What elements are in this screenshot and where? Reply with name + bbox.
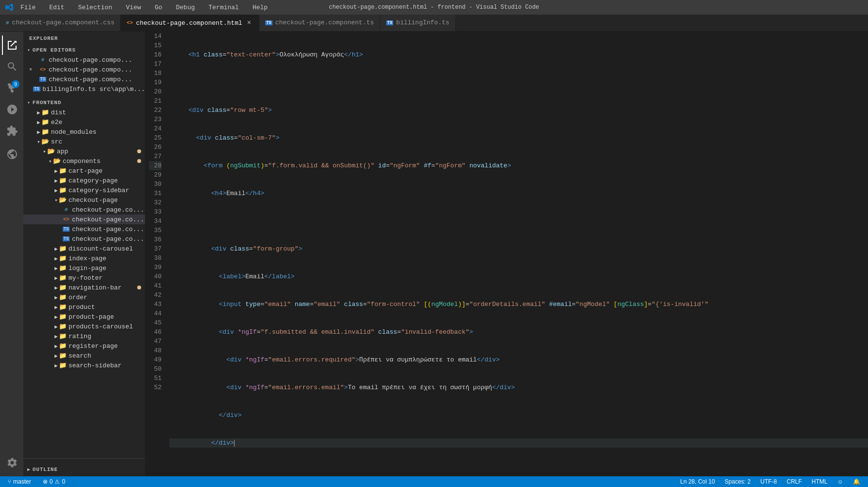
folder-navigation-bar[interactable]: ▶ 📁 navigation-bar	[23, 283, 145, 292]
css-file-icon: #	[6, 20, 9, 26]
warning-icon: ⚠	[54, 478, 60, 485]
code-content[interactable]: <h1 class="text-center">Ολοκλήρωση Αγορά…	[169, 32, 868, 476]
folder-my-footer[interactable]: ▶ 📁 my-footer	[23, 273, 145, 283]
folder-discount-carousel-label: discount-carousel	[69, 245, 133, 253]
file-checkout-ts2[interactable]: TS checkout-page.co...	[23, 234, 145, 244]
line-numbers: 14 15 16 17 18 19 20 21 22 23 24 25 26 2…	[145, 32, 169, 476]
activity-debug[interactable]	[2, 100, 21, 119]
menu-help[interactable]: Help	[250, 3, 271, 12]
status-notification[interactable]: 🔔	[851, 478, 862, 485]
activity-search[interactable]	[2, 57, 21, 76]
open-editor-ts2[interactable]: TS billingInfo.ts src\app\m...	[23, 84, 145, 94]
activity-source-control[interactable]: 9	[2, 78, 21, 98]
folder-app[interactable]: ▾ 📂 app	[23, 146, 145, 156]
folder-login-page[interactable]: ▶ 📁 login-page	[23, 263, 145, 273]
open-editor-html[interactable]: × <> checkout-page.compo...	[23, 65, 145, 74]
menu-terminal[interactable]: Terminal	[206, 3, 242, 12]
components-modified-dot	[137, 159, 141, 163]
folder-order[interactable]: ▶ 📁 order	[23, 292, 145, 302]
open-editor-css[interactable]: # checkout-page.compo...	[23, 55, 145, 65]
error-icon: ⊗	[43, 478, 48, 485]
outline-header[interactable]: ▶OUTLINE	[27, 463, 139, 474]
html-file-icon: <>	[127, 20, 133, 26]
folder-product-page[interactable]: ▶ 📁 product-page	[23, 312, 145, 322]
status-errors[interactable]: ⊗ 0 ⚠ 0	[41, 478, 67, 485]
tab-css-label: checkout-page.component.css	[12, 19, 115, 26]
activity-remote[interactable]	[2, 144, 21, 164]
folder-product-page-label: product-page	[69, 313, 114, 321]
branch-name: master	[13, 478, 31, 485]
folder-navigation-bar-label: navigation-bar	[69, 284, 122, 291]
main-area: 9 EXPLORER ▾OPEN EDITORS # checkout-page…	[0, 32, 868, 476]
tab-css[interactable]: # checkout-page.component.css	[0, 15, 121, 31]
folder-e2e[interactable]: ▶ 📁 e2e	[23, 117, 145, 127]
folder-my-footer-label: my-footer	[69, 274, 103, 282]
menu-view[interactable]: View	[123, 3, 144, 12]
menu-file[interactable]: File	[18, 3, 38, 12]
editor-area: 14 15 16 17 18 19 20 21 22 23 24 25 26 2…	[145, 32, 868, 476]
status-feedback[interactable]: ☺	[835, 478, 845, 485]
folder-checkout-page[interactable]: ▾ 📂 checkout-page	[23, 195, 145, 205]
folder-search-sidebar[interactable]: ▶ 📁 search-sidebar	[23, 361, 145, 370]
explorer-header[interactable]: EXPLORER	[23, 32, 145, 43]
menu-selection[interactable]: Selection	[75, 3, 115, 12]
status-line-ending[interactable]: CRLF	[785, 478, 804, 485]
activity-extensions[interactable]	[2, 121, 21, 141]
folder-login-page-label: login-page	[69, 265, 107, 272]
folder-category-page[interactable]: ▶ 📁 category-page	[23, 176, 145, 185]
window-title: checkout-page.component.html - frontend …	[329, 4, 539, 11]
folder-rating[interactable]: ▶ 📁 rating	[23, 331, 145, 341]
indentation-label: Spaces: 2	[724, 478, 750, 485]
file-checkout-html[interactable]: <> checkout-page.co...	[23, 215, 145, 224]
vscode-logo-icon	[5, 3, 14, 12]
folder-products-carousel[interactable]: ▶ 📁 products-carousel	[23, 322, 145, 331]
branch-icon: ⑂	[8, 478, 11, 485]
status-encoding[interactable]: UTF-8	[759, 478, 779, 485]
code-line-18: <form (ngSubmit)="f.form.valid && onSubm…	[169, 161, 868, 170]
file-checkout-ts1[interactable]: TS checkout-page.co...	[23, 224, 145, 234]
folder-dist-label: dist	[51, 109, 66, 116]
tab-close-button[interactable]: ×	[245, 19, 253, 27]
error-count: 0	[50, 478, 53, 485]
tab-html[interactable]: <> checkout-page.component.html ×	[121, 15, 259, 31]
tab-ts2[interactable]: TS billingInfo.ts	[380, 15, 456, 31]
ts-file-icon-1: TS	[265, 20, 272, 25]
code-line-29	[169, 466, 868, 475]
menu-go[interactable]: Go	[152, 3, 165, 12]
folder-product[interactable]: ▶ 📁 product	[23, 302, 145, 312]
menu-debug[interactable]: Debug	[173, 3, 198, 12]
code-editor[interactable]: 14 15 16 17 18 19 20 21 22 23 24 25 26 2…	[145, 32, 868, 476]
tab-ts1[interactable]: TS checkout-page.component.ts	[259, 15, 380, 31]
folder-register-page[interactable]: ▶ 📁 register-page	[23, 341, 145, 351]
file-checkout-css[interactable]: # checkout-page.co...	[23, 205, 145, 215]
status-cursor[interactable]: Ln 28, Col 10	[678, 478, 717, 485]
menu-edit[interactable]: Edit	[46, 3, 67, 12]
title-bar: File Edit Selection View Go Debug Termin…	[0, 0, 868, 15]
folder-index-page[interactable]: ▶ 📁 index-page	[23, 253, 145, 263]
app-modified-dot	[137, 149, 141, 153]
folder-components-label: components	[63, 158, 101, 165]
status-language[interactable]: HTML	[810, 478, 830, 485]
open-editors-header[interactable]: ▾OPEN EDITORS	[23, 43, 145, 55]
folder-rating-label: rating	[69, 333, 91, 340]
file-checkout-html-label: checkout-page.co...	[72, 216, 144, 223]
activity-explorer[interactable]	[2, 36, 21, 55]
folder-cart-page[interactable]: ▶ 📁 cart-page	[23, 166, 145, 176]
folder-src[interactable]: ▾ 📂 src	[23, 137, 145, 146]
folder-search[interactable]: ▶ 📁 search	[23, 351, 145, 361]
status-indentation[interactable]: Spaces: 2	[723, 478, 752, 485]
frontend-header[interactable]: ▾FRONTEND	[23, 96, 145, 108]
code-line-14: <h1 class="text-center">Ολοκλήρωση Αγορά…	[169, 50, 868, 59]
open-editor-ts1[interactable]: TS checkout-page.compo...	[23, 74, 145, 84]
folder-product-label: product	[69, 304, 95, 311]
status-branch[interactable]: ⑂ master	[6, 478, 33, 485]
activity-settings[interactable]	[2, 453, 21, 472]
folder-components[interactable]: ▾ 📂 components	[23, 156, 145, 166]
ts-file-icon-2: TS	[386, 20, 394, 25]
code-line-17: <div class="col-sm-7">	[169, 133, 868, 143]
folder-node-modules[interactable]: ▶ 📁 node_modules	[23, 127, 145, 137]
folder-category-sidebar[interactable]: ▶ 📁 category-sidebar	[23, 185, 145, 195]
folder-discount-carousel[interactable]: ▶ 📁 discount-carousel	[23, 244, 145, 253]
folder-dist[interactable]: ▶ 📁 dist	[23, 108, 145, 117]
folder-register-page-label: register-page	[69, 343, 118, 350]
